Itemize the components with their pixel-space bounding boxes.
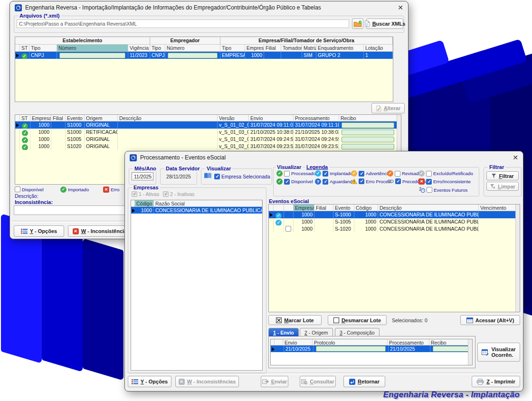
marcar-lote-button[interactable]: Marcar Lote	[268, 315, 322, 325]
legend-implantado[interactable]: Implantado	[315, 170, 352, 177]
estabelecimentos-grid[interactable]: Estabelecimento Empregador Empresa/Filia…	[15, 37, 393, 102]
implanted-check-icon	[276, 213, 282, 218]
redacted-number-box	[168, 53, 218, 58]
inativas-option[interactable]: 2 - Inativas	[163, 191, 194, 197]
checkbox[interactable]	[15, 187, 20, 192]
scrollbar[interactable]	[468, 339, 472, 365]
table-pencil-icon	[482, 349, 489, 355]
table-row[interactable]: 1000 S1020 ORIGINAL v_S_01_02_00 31/07/2…	[15, 143, 401, 150]
buscar-xmls-button[interactable]: Buscar XMLs	[366, 19, 403, 29]
question-circle-icon	[315, 178, 321, 185]
checkbox[interactable]	[323, 179, 328, 185]
imported-check-icon	[22, 130, 28, 136]
checkbox[interactable]	[426, 171, 432, 177]
table-row[interactable]: 1000 S-1000 1000 CONCESSIONARIA DE ILUMI…	[269, 211, 520, 218]
table-row[interactable]: 1000 S1005 ORIGINAL v_S_01_02_00 31/07/2…	[15, 136, 401, 143]
table-row[interactable]: 1000 S1000 ORIGINAL v_S_01_02_00 31/07/2…	[15, 121, 401, 129]
open-folder-button[interactable]	[352, 19, 363, 29]
titlebar[interactable]: Processamento - Eventos eSocial ✕	[125, 151, 523, 164]
checkbox[interactable]	[214, 174, 220, 179]
scrollbar[interactable]	[515, 205, 520, 312]
checkbox[interactable]	[395, 178, 401, 184]
row-marker	[15, 121, 20, 129]
alterar-button[interactable]: Alterar	[371, 103, 405, 113]
imported-check-icon	[22, 137, 28, 143]
imprimir-button[interactable]: Z - Imprimir	[472, 376, 520, 387]
acessar-button[interactable]: Acessar (Alt+V)	[460, 315, 520, 325]
opcoes-button[interactable]: Y - Opções	[128, 376, 171, 387]
opcoes-button[interactable]: Y - Opções	[14, 225, 64, 237]
empresa-selecionada-option[interactable]: Empresa Selecionada	[214, 174, 270, 179]
checkbox[interactable]	[395, 171, 400, 177]
checkbox[interactable]	[163, 191, 169, 197]
tab-origem[interactable]: 2 - Origem	[300, 328, 333, 336]
checkbox[interactable]	[427, 187, 432, 193]
table-row[interactable]: 1000 S-1020 1000 CONCESSIONARIA DE ILUMI…	[269, 225, 520, 233]
group-header: Empregador	[150, 37, 220, 45]
checkbox[interactable]	[426, 179, 432, 185]
envio-grid[interactable]: Envio Protocolo Processamento Recibo 21/…	[270, 339, 473, 365]
checkbox[interactable]	[132, 191, 137, 197]
error-square-icon	[418, 178, 425, 185]
legend-excluido[interactable]: Excluído/Retificado	[418, 170, 473, 177]
mes-ano-input[interactable]: 11/2025	[132, 172, 153, 180]
document-icon	[364, 20, 370, 27]
app-icon	[15, 4, 22, 11]
checkbox[interactable]	[323, 171, 328, 177]
legend-disponivel[interactable]: Disponível	[276, 178, 313, 185]
consultar-button[interactable]: Consultar	[300, 376, 336, 387]
recibo-box	[433, 346, 471, 352]
legend-revisada[interactable]: Revisada	[387, 170, 421, 177]
lookup-icon	[301, 379, 307, 384]
row-checkbox[interactable]	[285, 226, 291, 232]
legend-eventos-futuros[interactable]: Eventos Futuros	[418, 187, 467, 193]
row-marker	[131, 207, 136, 214]
check-circle-orange-icon	[387, 170, 393, 177]
close-icon[interactable]: ✕	[398, 4, 403, 11]
eventos-esocial-grid[interactable]: Empresa Filial Evento Código Descrição V…	[268, 204, 520, 312]
legend-advertencia[interactable]: Advertência	[351, 170, 390, 177]
titlebar[interactable]: Engenharia Reversa - Importação/Implanta…	[10, 1, 408, 14]
tab-composicao[interactable]: 3 - Composição	[335, 328, 380, 336]
retornar-button[interactable]: Retornar	[343, 376, 385, 387]
window-table-icon	[466, 317, 473, 323]
legend-erro-inconsistente[interactable]: Erro/Inconsistente	[418, 178, 471, 185]
checkbox[interactable]	[284, 171, 290, 177]
implanted-check-icon	[276, 220, 282, 225]
checkbox[interactable]	[359, 171, 364, 177]
legend-processado[interactable]: Processado	[276, 170, 316, 177]
error-icon	[179, 379, 185, 385]
empresas-grid[interactable]: Código Razão Social 1000 CONCESSIONARIA …	[131, 200, 263, 371]
engenharia-reversa-logo: Engenharia Reversa - Implantação	[383, 390, 520, 400]
table-row[interactable]: 1000 CONCESSIONARIA DE ILUMINACAO PUBLIC…	[131, 207, 262, 214]
book-icon	[204, 172, 212, 179]
return-icon	[349, 379, 355, 385]
options-grid-icon	[132, 379, 138, 384]
tab-envio[interactable]: 1 - Envio	[268, 328, 299, 336]
checkbox[interactable]	[284, 179, 290, 185]
table-row[interactable]: 21/10/2025 21/10/2025	[271, 345, 472, 352]
checkbox[interactable]	[359, 178, 364, 184]
data-servidor-value: 28/11/2025	[163, 174, 194, 179]
recibo-box	[342, 144, 394, 149]
check-circle-cyan-icon	[315, 170, 321, 177]
inconsistencias-button[interactable]: W - Inconsistências	[175, 376, 239, 387]
error-icon	[73, 228, 79, 234]
limpar-button[interactable]: Limpar	[486, 182, 519, 191]
imported-check-icon	[22, 123, 28, 129]
table-row[interactable]: 1000 S1000 RETIFICACAO v_S_01_03_00 21/1…	[15, 129, 401, 136]
close-icon[interactable]: ✕	[513, 154, 518, 161]
xml-path-input[interactable]: C:\Projetos\Passo a Passo\Engenharia Rev…	[17, 19, 349, 28]
desmarcar-lote-button[interactable]: Desmarcar Lote	[328, 315, 387, 325]
table-row[interactable]: CNPJ 11/2023 CNPJ EMPRESA 1000 SIM GRUPO…	[15, 52, 393, 59]
table-row[interactable]: 1000 S-1005 1000 CONCESSIONARIA DE ILUMI…	[269, 218, 520, 225]
ativas-option[interactable]: 1 - Ativas	[132, 191, 159, 197]
filtrar-button[interactable]: Filtrar	[486, 171, 519, 180]
imported-check-icon	[60, 187, 66, 193]
legenda-link[interactable]: Legenda	[305, 164, 329, 170]
enviar-button[interactable]: Enviar	[261, 376, 288, 387]
visualizar-ocorren-button[interactable]: Visualizar Ocorrên.	[477, 343, 520, 362]
legend-erro-proces[interactable]: Erro Proces.	[351, 178, 391, 184]
imported-check-icon	[21, 53, 28, 59]
legend-aguardando[interactable]: Aguardando	[315, 178, 355, 185]
